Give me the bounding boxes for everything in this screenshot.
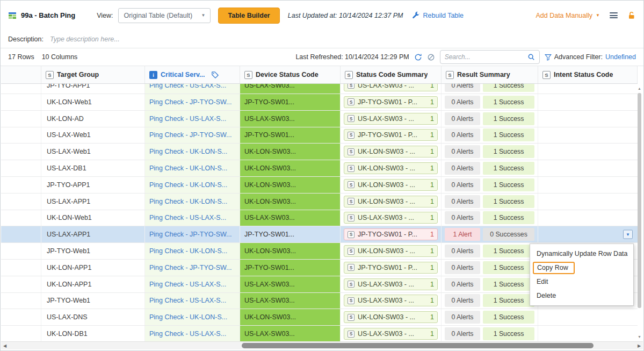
status-summary-cell[interactable]: SUS-LAX-SW03 - ...1	[341, 84, 442, 94]
critical-service-link[interactable]: Ping Check - JP-TYO-SW...	[149, 264, 232, 271]
table-row[interactable]: UK-LON-Web1Ping Check - US-LAX-S...US-LA…	[1, 210, 638, 227]
target-group-cell[interactable]: JP-TYO-APP1	[41, 177, 145, 193]
menu-item-edit[interactable]: Edit	[530, 275, 633, 289]
status-summary-cell[interactable]: SJP-TYO-SW01 - P...1	[341, 94, 442, 110]
target-group-cell[interactable]: JP-TYO-Web1	[41, 243, 145, 259]
status-code-badge[interactable]: SUK-LON-SW03 - ...1	[344, 162, 438, 174]
device-status-cell[interactable]: US-LAX-SW03...	[240, 210, 341, 226]
device-status-cell[interactable]: UK-LON-SW03...	[240, 177, 341, 193]
row-selector-cell[interactable]	[1, 177, 41, 193]
table-row[interactable]: US-LAX-DNSPing Check - UK-LON-S...UK-LON…	[1, 309, 638, 326]
result-summary-cell[interactable]: 0 Alerts1 Success	[442, 309, 538, 325]
result-summary-cell[interactable]: 0 Alerts1 Success	[442, 293, 538, 309]
column-header-intent-status-code[interactable]: SIntent Status Code	[538, 66, 638, 83]
critical-service-cell[interactable]: Ping Check - JP-TYO-SW...	[145, 127, 240, 144]
critical-service-cell[interactable]: Ping Check - UK-LON-S...	[145, 177, 240, 193]
target-group-cell[interactable]: JP-TYO-APP1	[41, 84, 145, 94]
rebuild-table-link[interactable]: Rebuild Table	[412, 11, 464, 19]
target-group-cell[interactable]: JP-TYO-Web1	[41, 293, 145, 309]
intent-status-cell[interactable]	[538, 84, 638, 94]
horizontal-scrollbar[interactable]: ◀ ▶	[1, 341, 643, 349]
status-summary-cell[interactable]: SJP-TYO-SW01 - P...1	[341, 226, 442, 242]
filter-funnel-icon[interactable]	[545, 54, 552, 61]
row-selector-cell[interactable]	[1, 94, 41, 110]
status-summary-cell[interactable]: SUK-LON-SW03 - ...1	[341, 144, 442, 160]
status-summary-cell[interactable]: SJP-TYO-SW01 - P...1	[341, 260, 442, 276]
status-summary-cell[interactable]: SUK-LON-SW03 - ...1	[341, 177, 442, 193]
row-selector-cell[interactable]	[1, 243, 41, 259]
target-group-cell[interactable]: UK-LON-Web1	[41, 94, 145, 110]
device-status-cell[interactable]: US-LAX-SW03...	[240, 276, 341, 292]
status-code-badge[interactable]: SUS-LAX-SW03 - ...1	[344, 295, 438, 306]
critical-service-link[interactable]: Ping Check - JP-TYO-SW...	[149, 131, 232, 139]
critical-service-cell[interactable]: Ping Check - JP-TYO-SW...	[145, 260, 240, 276]
result-summary-cell[interactable]: 0 Alerts1 Success	[442, 94, 538, 110]
status-code-badge[interactable]: SUK-LON-SW03 - ...1	[344, 146, 438, 157]
critical-service-cell[interactable]: Ping Check - UK-LON-S...	[145, 309, 240, 325]
horizontal-scroll-thumb[interactable]	[242, 343, 594, 348]
row-selector-cell[interactable]	[1, 226, 41, 242]
scroll-left-arrow-icon[interactable]: ◀	[1, 342, 9, 349]
scroll-down-arrow-icon[interactable]: ▼	[636, 333, 642, 340]
critical-service-cell[interactable]: Ping Check - UK-LON-S...	[145, 243, 240, 259]
row-selector-cell[interactable]	[1, 260, 41, 276]
critical-service-cell[interactable]: Ping Check - JP-TYO-SW...	[145, 94, 240, 110]
result-summary-cell[interactable]: 0 Alerts1 Success	[442, 243, 538, 259]
critical-service-link[interactable]: Ping Check - US-LAX-S...	[149, 115, 226, 123]
row-selector-cell[interactable]	[1, 84, 41, 94]
status-summary-cell[interactable]: SUS-LAX-SW03 - ...1	[341, 210, 442, 226]
device-status-cell[interactable]: US-LAX-SW03...	[240, 84, 341, 94]
intent-status-cell[interactable]	[538, 94, 638, 110]
row-selector-cell[interactable]	[1, 309, 41, 325]
table-row[interactable]: UK-LON-Web1Ping Check - JP-TYO-SW...JP-T…	[1, 94, 638, 111]
device-status-cell[interactable]: JP-TYO-SW01...	[240, 94, 341, 110]
result-summary-cell[interactable]: 0 Alerts1 Success	[442, 144, 538, 160]
result-summary-cell[interactable]: 0 Alerts1 Success	[442, 210, 538, 226]
critical-service-link[interactable]: Ping Check - UK-LON-S...	[149, 181, 227, 189]
menu-item-copy-row[interactable]: Copy Row	[530, 261, 633, 275]
column-header-status-code-summary[interactable]: SStatus Code Summary	[341, 66, 442, 83]
row-selector-cell[interactable]	[1, 127, 41, 144]
intent-status-cell[interactable]	[538, 177, 638, 193]
status-code-badge[interactable]: SUK-LON-SW03 - ...1	[344, 196, 438, 207]
row-selector-cell[interactable]	[1, 111, 41, 127]
status-code-badge[interactable]: SUS-LAX-SW03 - ...1	[344, 84, 438, 91]
status-code-badge[interactable]: SUS-LAX-SW03 - ...1	[344, 212, 438, 224]
result-summary-cell[interactable]: 0 Alerts1 Success	[442, 276, 538, 292]
advanced-filter-value[interactable]: Undefined	[605, 53, 636, 61]
status-code-badge[interactable]: SUS-LAX-SW03 - ...1	[344, 328, 438, 340]
status-code-badge[interactable]: SUK-LON-SW03 - ...1	[344, 179, 438, 191]
table-row[interactable]: US-LAX-Web1Ping Check - JP-TYO-SW...JP-T…	[1, 127, 638, 144]
status-summary-cell[interactable]: SUK-LON-SW03 - ...1	[341, 160, 442, 176]
menu-item-dynamically-update-row-data[interactable]: Dynamically Update Row Data	[530, 247, 633, 261]
critical-service-cell[interactable]: Ping Check - US-LAX-S...	[145, 326, 240, 342]
status-code-badge[interactable]: SJP-TYO-SW01 - P...1	[344, 228, 438, 240]
scroll-up-arrow-icon[interactable]: ▲	[636, 85, 642, 91]
status-summary-cell[interactable]: SUS-LAX-SW03 - ...1	[341, 293, 442, 309]
target-group-cell[interactable]: US-LAX-Web1	[41, 144, 145, 160]
device-status-cell[interactable]: UK-LON-SW03...	[240, 194, 341, 210]
device-status-cell[interactable]: JP-TYO-SW01...	[240, 260, 341, 276]
refresh-icon[interactable]	[414, 53, 422, 61]
critical-service-cell[interactable]: Ping Check - JP-TYO-SW...	[145, 226, 240, 242]
device-status-cell[interactable]: US-LAX-SW03...	[240, 111, 341, 127]
target-group-cell[interactable]: US-LAX-APP1	[41, 194, 145, 210]
row-selector-cell[interactable]	[1, 276, 41, 292]
target-group-cell[interactable]: UK-LON-Web1	[41, 210, 145, 226]
table-row[interactable]: JP-TYO-APP1Ping Check - UK-LON-S...UK-LO…	[1, 177, 638, 194]
status-code-badge[interactable]: SUK-LON-SW03 - ...1	[344, 245, 438, 257]
table-builder-button[interactable]: Table Builder	[218, 8, 279, 24]
status-summary-cell[interactable]: SUS-LAX-SW03 - ...1	[341, 326, 442, 342]
device-status-cell[interactable]: UK-LON-SW03...	[240, 309, 341, 325]
hamburger-menu-icon[interactable]	[610, 11, 618, 20]
device-status-cell[interactable]: US-LAX-SW03...	[240, 293, 341, 309]
status-code-badge[interactable]: SJP-TYO-SW01 - P...1	[344, 129, 438, 141]
intent-status-cell[interactable]	[538, 210, 638, 226]
critical-service-link[interactable]: Ping Check - JP-TYO-SW...	[149, 231, 232, 238]
status-code-badge[interactable]: SUS-LAX-SW03 - ...1	[344, 113, 438, 125]
result-summary-cell[interactable]: 0 Alerts1 Success	[442, 194, 538, 210]
target-group-cell[interactable]: UK-LON-APP1	[41, 276, 145, 292]
row-selector-cell[interactable]	[1, 326, 41, 342]
result-summary-cell[interactable]: 0 Alerts1 Success	[442, 127, 538, 144]
intent-status-cell[interactable]	[538, 194, 638, 210]
